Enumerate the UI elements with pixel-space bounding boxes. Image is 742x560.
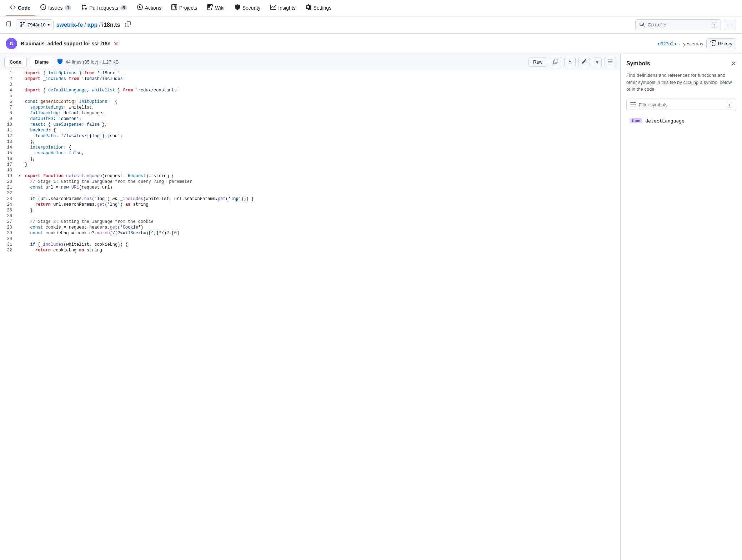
line-number[interactable]: 8: [0, 110, 18, 116]
commit-time: yesterday: [683, 41, 703, 46]
nav-code[interactable]: Code: [6, 0, 35, 16]
table-row: 29 const cookieLng = cookie?.match(/(?<=…: [0, 230, 620, 236]
line-number[interactable]: 16: [0, 156, 18, 162]
nav-security[interactable]: Security: [230, 0, 265, 16]
line-number[interactable]: 18: [0, 168, 18, 173]
line-collapse-indicator: [18, 236, 24, 242]
commit-message: added support for ssr i18n: [47, 41, 111, 46]
line-number[interactable]: 2: [0, 76, 18, 82]
nav-projects[interactable]: Projects: [167, 0, 202, 16]
line-number[interactable]: 5: [0, 93, 18, 99]
nav-issues[interactable]: Issues 1: [36, 0, 76, 16]
copy-raw-button[interactable]: [550, 57, 561, 67]
line-number[interactable]: 7: [0, 105, 18, 110]
breadcrumb-sep2: /: [99, 22, 100, 28]
line-number[interactable]: 29: [0, 230, 18, 236]
branch-name: 7948a10: [27, 22, 46, 28]
table-row: 15 escapeValue: false,: [0, 150, 620, 156]
line-number[interactable]: 25: [0, 208, 18, 213]
shield-icon: [57, 59, 63, 65]
code-table: 1 import { InitOptions } from 'i18next' …: [0, 70, 620, 253]
line-number[interactable]: 24: [0, 202, 18, 208]
edit-button[interactable]: [578, 57, 590, 67]
symbols-toggle-button[interactable]: [605, 57, 616, 67]
symbols-close-button[interactable]: ✕: [731, 60, 736, 68]
security-icon: [235, 4, 240, 11]
line-number[interactable]: 26: [0, 213, 18, 219]
line-number[interactable]: 20: [0, 179, 18, 185]
line-number[interactable]: 13: [0, 139, 18, 145]
nav-actions[interactable]: Actions: [133, 0, 166, 16]
table-row: 14 interpolation: {: [0, 145, 620, 150]
table-row: 27 // Stage 2: Getting the language from…: [0, 219, 620, 225]
line-number[interactable]: 10: [0, 122, 18, 128]
line-number[interactable]: 6: [0, 99, 18, 105]
line-number[interactable]: 9: [0, 116, 18, 122]
symbols-header: Symbols ✕: [626, 60, 736, 68]
nav-pr-label: Pull requests: [89, 5, 118, 11]
more-file-options-button[interactable]: ▾: [593, 57, 602, 67]
table-row: 28 const cookie = request.headers.get('C…: [0, 225, 620, 230]
breadcrumb-repo[interactable]: swetrix-fe: [56, 22, 83, 28]
file-toolbar: Code Blame 44 lines (35 loc) · 1.27 KB R…: [0, 54, 620, 70]
line-collapse-indicator: [18, 133, 24, 139]
filter-symbols-text-input[interactable]: [639, 102, 724, 108]
line-number[interactable]: 32: [0, 248, 18, 253]
breadcrumb-folder[interactable]: app: [87, 22, 97, 28]
line-code: [24, 190, 620, 196]
nav-settings-label: Settings: [314, 5, 332, 11]
line-number[interactable]: 28: [0, 225, 18, 230]
issues-icon: [40, 4, 46, 11]
raw-button[interactable]: Raw: [528, 57, 547, 67]
line-number[interactable]: 21: [0, 185, 18, 190]
line-number[interactable]: 11: [0, 128, 18, 133]
table-row: 4 import { defaultLanguage, whitelist } …: [0, 88, 620, 93]
code-tab[interactable]: Code: [4, 57, 27, 67]
line-number[interactable]: 22: [0, 190, 18, 196]
nav-settings[interactable]: Settings: [301, 0, 336, 16]
line-number[interactable]: 31: [0, 242, 18, 248]
symbol-item-detectlanguage[interactable]: func detectLanguage: [626, 115, 736, 126]
table-row: 32 return cookieLng as string: [0, 248, 620, 253]
line-number[interactable]: 27: [0, 219, 18, 225]
branch-selector[interactable]: 7948a10 ▾: [16, 19, 54, 30]
commit-user[interactable]: Blaumaus: [21, 41, 45, 46]
symbols-title: Symbols: [626, 60, 650, 67]
nav-wiki-label: Wiki: [215, 5, 224, 11]
line-collapse-indicator: [18, 110, 24, 116]
nav-pullrequests[interactable]: Pull requests 6: [77, 0, 131, 16]
download-button[interactable]: [564, 57, 576, 67]
line-code: }: [24, 208, 620, 213]
table-row: 10 react: { useSuspense: false },: [0, 122, 620, 128]
line-number[interactable]: 19: [0, 173, 18, 179]
line-number[interactable]: 17: [0, 162, 18, 168]
line-number[interactable]: 14: [0, 145, 18, 150]
line-collapse-indicator: [18, 70, 24, 76]
table-row: 11 backend: {: [0, 128, 620, 133]
line-number[interactable]: 4: [0, 88, 18, 93]
line-collapse-indicator: [18, 185, 24, 190]
commit-sha[interactable]: d927b2a: [658, 41, 676, 46]
nav-projects-label: Projects: [179, 5, 197, 11]
line-number[interactable]: 15: [0, 150, 18, 156]
goto-file-kbd: t: [712, 22, 717, 28]
line-collapse-indicator: [18, 145, 24, 150]
line-collapse-indicator[interactable]: ▾: [18, 173, 24, 179]
line-number[interactable]: 3: [0, 82, 18, 88]
history-button[interactable]: History: [706, 38, 736, 49]
copy-path-button[interactable]: [123, 21, 133, 29]
goto-file-search[interactable]: Go to file t: [635, 19, 721, 30]
line-number[interactable]: 23: [0, 196, 18, 202]
more-options-button[interactable]: ···: [724, 20, 736, 30]
line-number[interactable]: 12: [0, 133, 18, 139]
blame-tab[interactable]: Blame: [30, 57, 54, 67]
close-commit-icon[interactable]: ✕: [114, 40, 118, 47]
nav-actions-label: Actions: [145, 5, 161, 11]
line-number[interactable]: 30: [0, 236, 18, 242]
line-collapse-indicator: [18, 179, 24, 185]
nav-insights[interactable]: Insights: [266, 0, 300, 16]
nav-wiki[interactable]: Wiki: [203, 0, 229, 16]
filter-symbols-input[interactable]: r: [626, 99, 736, 111]
line-code: escapeValue: false,: [24, 150, 620, 156]
line-number[interactable]: 1: [0, 70, 18, 76]
